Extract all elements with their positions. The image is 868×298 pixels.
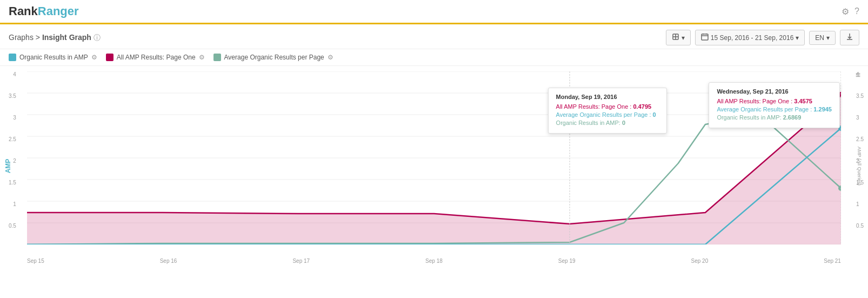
download-button[interactable] xyxy=(840,30,859,45)
tooltip2-row2-label: Average Organic Results per Page : xyxy=(717,106,813,112)
svg-rect-3 xyxy=(702,34,708,40)
y-label-1: 1 xyxy=(13,201,16,207)
legend-settings-all-amp[interactable]: ⚙ xyxy=(199,54,205,61)
logo-ranger: Ranger xyxy=(38,4,79,18)
y-axis-left: 4 3.5 3 2.5 2 1.5 1 0.5 xyxy=(9,71,16,244)
tooltip2-row3: Organic Results in AMP: 2.6869 xyxy=(717,114,832,121)
y-axis-right-title: AMP (All Queries) xyxy=(857,147,862,186)
y-label-3: 3 xyxy=(13,115,16,121)
tooltip2-row3-value: 2.6869 xyxy=(783,114,802,121)
tooltip1-row1-value: 0.4795 xyxy=(633,103,651,110)
x-label-sep20: Sep 20 xyxy=(691,258,709,264)
settings-icon[interactable]: ⚙ xyxy=(842,6,849,17)
legend-settings-organic-amp[interactable]: ⚙ xyxy=(91,54,97,61)
tooltip1-row2-label: Average Organic Results per Page : xyxy=(556,111,653,118)
tooltip2-row2-value: 1.2945 xyxy=(813,106,832,112)
y-label-25: 2.5 xyxy=(9,136,16,142)
tooltip2-row1-label: All AMP Results: Page One : xyxy=(717,98,794,104)
tooltip2-date: Wednesday, Sep 21, 2016 xyxy=(717,88,832,95)
y-right-label-3: 3 xyxy=(856,115,859,121)
x-label-sep18: Sep 18 xyxy=(425,258,443,264)
tooltip1-row1: All AMP Results: Page One : 0.4795 xyxy=(556,103,659,110)
y-right-label-05: 0.5 xyxy=(856,223,864,229)
tooltip2-row1-value: 3.4575 xyxy=(794,98,812,104)
x-label-sep19: Sep 19 xyxy=(558,258,576,264)
header-icons: ⚙ ? xyxy=(842,6,859,17)
date-chevron: ▾ xyxy=(796,34,799,42)
tooltip1-row2: Average Organic Results per Page : 0 xyxy=(556,111,659,118)
logo-rank: Rank xyxy=(9,4,38,18)
legend-all-amp: All AMP Results: Page One ⚙ xyxy=(106,54,205,61)
y-label-35: 3.5 xyxy=(9,93,16,99)
legend-settings-avg-organic[interactable]: ⚙ xyxy=(328,54,333,61)
breadcrumb: Graphs > Insight Graph ⓘ xyxy=(9,33,101,43)
breadcrumb-bar: Graphs > Insight Graph ⓘ ▾ xyxy=(0,24,868,49)
x-label-sep17: Sep 17 xyxy=(292,258,310,264)
cube-chevron: ▾ xyxy=(682,34,685,42)
logo: RankRanger xyxy=(9,4,79,18)
y-right-label-1: 1 xyxy=(856,201,859,207)
y-label-05: 0.5 xyxy=(9,223,16,229)
tooltip1-date: Monday, Sep 19, 2016 xyxy=(556,94,659,100)
legend-avg-organic: Average Organic Results per Page ⚙ xyxy=(213,54,333,61)
y-axis-title: AMP xyxy=(4,159,12,174)
date-range-button[interactable]: 15 Sep, 2016 - 21 Sep, 2016 ▾ xyxy=(695,30,805,45)
tooltip2-row2: Average Organic Results per Page : 1.294… xyxy=(717,106,832,112)
x-label-sep15: Sep 15 xyxy=(27,258,44,264)
cube-icon xyxy=(672,33,679,42)
tooltip1-row3-value: 0 xyxy=(622,120,625,126)
tooltip-sep21: Wednesday, Sep 21, 2016 All AMP Results:… xyxy=(709,82,840,128)
legend-label-avg-organic: Average Organic Results per Page xyxy=(224,54,324,61)
legend-color-avg-organic xyxy=(213,54,221,61)
tooltip1-row1-label: All AMP Results: Page One : xyxy=(556,103,633,110)
download-icon xyxy=(846,33,853,42)
y-label-4: 4 xyxy=(13,71,16,77)
y-right-label-25: 2.5 xyxy=(856,136,864,142)
legend-organic-amp: Organic Results in AMP ⚙ xyxy=(9,54,97,61)
breadcrumb-prefix: Graphs > xyxy=(9,33,42,42)
tooltip1-row3-label: Organic Results in AMP: xyxy=(556,120,622,126)
legend-bar: Organic Results in AMP ⚙ All AMP Results… xyxy=(0,49,868,66)
info-icon[interactable]: ⓘ xyxy=(94,34,101,42)
legend-label-all-amp: All AMP Results: Page One xyxy=(117,54,196,61)
legend-color-all-amp xyxy=(106,54,113,61)
tooltip-sep19: Monday, Sep 19, 2016 All AMP Results: Pa… xyxy=(548,88,667,134)
language-button[interactable]: EN ▾ xyxy=(809,31,836,45)
y-right-label-4: 4 xyxy=(856,71,859,77)
tooltip2-row1: All AMP Results: Page One : 3.4575 xyxy=(717,98,832,104)
x-axis-labels: Sep 15 Sep 16 Sep 17 Sep 18 Sep 19 Sep 2… xyxy=(27,258,841,264)
language-chevron: ▾ xyxy=(826,34,830,42)
tooltip1-row2-value: 0 xyxy=(653,111,656,118)
breadcrumb-controls: ▾ 15 Sep, 2016 - 21 Sep, 2016 ▾ EN ▾ xyxy=(666,30,859,45)
y-label-2: 2 xyxy=(13,158,16,164)
y-label-15: 1.5 xyxy=(9,180,16,186)
help-icon[interactable]: ? xyxy=(854,6,859,16)
x-label-sep21: Sep 21 xyxy=(824,258,841,264)
date-range-label: 15 Sep, 2016 - 21 Sep, 2016 xyxy=(711,34,793,42)
header: RankRanger ⚙ ? xyxy=(0,0,868,24)
tooltip2-row3-label: Organic Results in AMP: xyxy=(717,114,783,121)
language-label: EN xyxy=(815,34,824,42)
tooltip1-row3: Organic Results in AMP: 0 xyxy=(556,120,659,126)
cube-button[interactable]: ▾ xyxy=(666,30,691,45)
x-label-sep16: Sep 16 xyxy=(160,258,177,264)
chart-container: ≡ 4 3.5 3 xyxy=(0,66,868,266)
calendar-icon xyxy=(701,33,709,42)
legend-color-organic-amp xyxy=(9,54,16,61)
y-right-label-35: 3.5 xyxy=(856,93,864,99)
legend-label-organic-amp: Organic Results in AMP xyxy=(19,54,88,61)
page-title: Insight Graph xyxy=(42,33,91,42)
